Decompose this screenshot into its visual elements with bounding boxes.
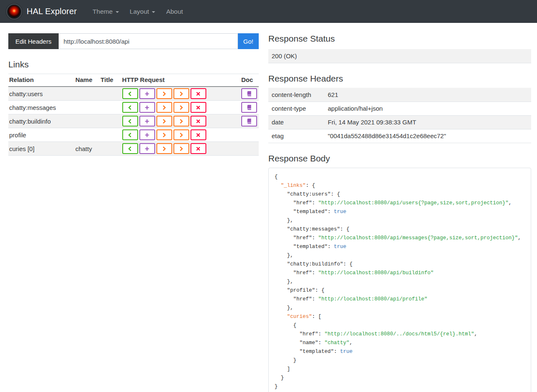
http-delete-button[interactable] — [191, 143, 206, 154]
doc-cell — [240, 128, 259, 142]
book-icon — [246, 104, 252, 110]
json-line: } — [275, 356, 525, 365]
http-patch-button[interactable] — [173, 129, 189, 140]
json-line: }, — [275, 251, 525, 260]
doc-cell — [240, 142, 259, 156]
link-title — [100, 128, 121, 142]
chevron-right-icon — [161, 146, 167, 152]
http-put-button[interactable] — [156, 116, 172, 127]
doc-button[interactable] — [241, 116, 257, 127]
http-post-button[interactable] — [139, 116, 155, 127]
doc-button[interactable] — [241, 88, 257, 99]
http-request-buttons — [121, 114, 240, 128]
plus-icon — [144, 146, 150, 152]
header-value: application/hal+json — [324, 102, 531, 115]
http-put-button[interactable] — [156, 143, 172, 154]
nav-item-layout[interactable]: Layout — [130, 8, 156, 15]
http-patch-button[interactable] — [173, 143, 189, 154]
response-headers-table: content-length621content-typeapplication… — [268, 88, 531, 143]
links-title: Links — [8, 59, 259, 69]
nav-menu: ThemeLayoutAbout — [82, 8, 183, 15]
json-line: "name": "chatty", — [275, 339, 525, 347]
x-icon — [195, 118, 201, 124]
chevron-right-icon — [178, 91, 184, 97]
response-header-row: content-length621 — [268, 88, 531, 102]
json-line: "chatty:users": { — [275, 190, 525, 199]
link-title — [100, 87, 121, 101]
json-line: } — [275, 382, 525, 391]
http-patch-button[interactable] — [173, 116, 189, 127]
http-post-button[interactable] — [139, 88, 155, 99]
http-get-button[interactable] — [122, 129, 138, 140]
http-delete-button[interactable] — [191, 129, 206, 140]
column-relation: Relation — [8, 74, 74, 87]
column-title: Title — [100, 74, 121, 87]
nav-item-theme[interactable]: Theme — [93, 8, 119, 15]
json-line: "profile": { — [275, 286, 525, 295]
x-icon — [195, 104, 201, 111]
link-relation: chatty:messages — [8, 101, 74, 114]
go-button[interactable]: Go! — [238, 33, 259, 49]
link-name — [74, 114, 100, 128]
link-name — [74, 101, 100, 114]
chevron-left-icon — [127, 91, 133, 97]
x-icon — [195, 91, 201, 97]
brand[interactable]: HAL Explorer — [6, 4, 77, 20]
header-value: "0041da552488d86e31454d1c2e68eec72" — [324, 129, 531, 143]
chevron-right-icon — [178, 146, 184, 152]
json-line: "href": "http://localhost:8080/api/messa… — [275, 234, 525, 243]
http-put-button[interactable] — [156, 102, 172, 113]
link-row: chatty:users — [8, 87, 259, 101]
http-patch-button[interactable] — [173, 88, 189, 99]
caret-down-icon — [152, 11, 155, 13]
json-line: }, — [275, 304, 525, 313]
chevron-right-icon — [178, 132, 184, 138]
header-key: etag — [268, 129, 324, 143]
url-input[interactable] — [59, 33, 238, 49]
request-bar: Edit Headers Go! — [8, 33, 259, 49]
main-content: Edit Headers Go! Links Relation Name Tit… — [0, 23, 537, 392]
plus-icon — [144, 118, 150, 124]
response-body-json: { "_links": { "chatty:users": { "href": … — [268, 168, 531, 392]
json-line: "href": "http://localhost:8080/../docs/h… — [275, 330, 525, 339]
link-name — [74, 87, 100, 101]
brand-title: HAL Explorer — [27, 7, 77, 16]
header-key: content-type — [268, 102, 324, 115]
nav-item-about[interactable]: About — [166, 8, 183, 15]
http-get-button[interactable] — [122, 88, 138, 99]
http-patch-button[interactable] — [173, 102, 189, 113]
http-delete-button[interactable] — [191, 102, 206, 113]
link-relation: chatty:buildinfo — [8, 114, 74, 128]
chevron-left-icon — [127, 146, 133, 152]
chevron-left-icon — [127, 104, 133, 111]
explorer-column: Edit Headers Go! Links Relation Name Tit… — [8, 33, 259, 392]
http-post-button[interactable] — [139, 143, 155, 154]
http-post-button[interactable] — [139, 129, 155, 140]
x-icon — [195, 132, 201, 138]
http-delete-button[interactable] — [191, 116, 206, 127]
http-get-button[interactable] — [122, 143, 138, 154]
header-key: date — [268, 115, 324, 129]
json-line: }, — [275, 278, 525, 286]
http-put-button[interactable] — [156, 88, 172, 99]
chevron-left-icon — [127, 132, 133, 138]
doc-button[interactable] — [241, 102, 257, 113]
http-get-button[interactable] — [122, 116, 138, 127]
http-post-button[interactable] — [139, 102, 155, 113]
edit-headers-button[interactable]: Edit Headers — [8, 33, 59, 49]
chevron-right-icon — [161, 104, 167, 111]
chevron-right-icon — [178, 118, 184, 124]
http-put-button[interactable] — [156, 129, 172, 140]
http-get-button[interactable] — [122, 102, 138, 113]
json-line: "href": "http://localhost:8080/api/build… — [275, 269, 525, 278]
header-value: 621 — [324, 88, 531, 102]
http-delete-button[interactable] — [191, 88, 206, 99]
link-title — [100, 101, 121, 114]
response-header-row: content-typeapplication/hal+json — [268, 102, 531, 115]
hal-9000-eye-icon — [6, 4, 22, 20]
column-http-request: HTTP Request — [121, 74, 240, 87]
http-request-buttons — [121, 87, 240, 101]
doc-cell — [240, 114, 259, 128]
plus-icon — [144, 132, 150, 138]
column-doc: Doc — [240, 74, 259, 87]
